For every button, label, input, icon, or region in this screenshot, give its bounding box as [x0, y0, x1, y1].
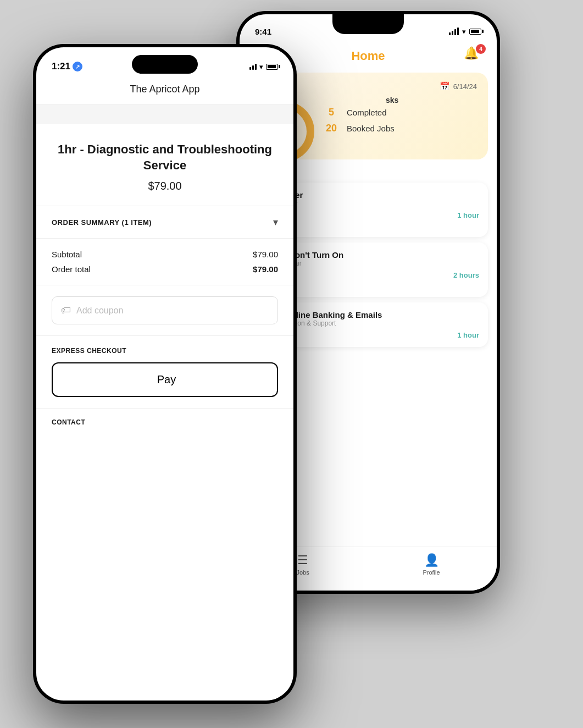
back-signal-icon — [449, 27, 459, 35]
coupon-section: 🏷 Add coupon — [36, 285, 293, 336]
pricing-section: Subtotal $79.00 Order total $79.00 — [36, 239, 293, 285]
contact-section: CONTACT — [36, 408, 293, 426]
express-section: EXPRESS CHECKOUT Pay — [36, 336, 293, 408]
nav-item-profile[interactable]: 👤 Profile — [423, 553, 440, 576]
back-bell-button[interactable]: 🔔 4 — [464, 46, 484, 66]
apple-pay-button[interactable]: Pay — [52, 362, 278, 397]
order-summary-row[interactable]: ORDER SUMMARY (1 ITEM) ▾ — [36, 206, 293, 239]
job-duration: 2 hours — [453, 271, 479, 279]
front-time: 1:21 ↗ — [52, 61, 82, 72]
notification-badge: 4 — [476, 44, 486, 54]
back-battery-icon — [469, 29, 481, 35]
service-info: 1hr - Diagnostic and Troubleshooting Ser… — [36, 124, 293, 206]
back-notch — [332, 14, 404, 34]
service-title: 1hr - Diagnostic and Troubleshooting Ser… — [54, 142, 276, 173]
completed-stat-row: 5 Completed — [323, 104, 477, 120]
front-status-icons: ▾ — [249, 63, 278, 71]
app-header: The Apricot App — [36, 78, 293, 104]
subtotal-value: $79.00 — [253, 250, 278, 259]
nav-jobs-label: Jobs — [296, 569, 309, 576]
booked-label: Booked Jobs — [347, 124, 395, 133]
total-label: Order total — [52, 264, 91, 274]
front-time-text: 1:21 — [52, 61, 70, 72]
jobs-icon: ☰ — [297, 553, 308, 567]
back-time: 9:41 — [255, 27, 271, 36]
total-value: $79.00 — [253, 264, 278, 274]
profile-icon: 👤 — [424, 553, 439, 567]
front-wifi-icon: ▾ — [259, 63, 263, 71]
tasks-label: sks — [386, 96, 477, 104]
coupon-placeholder: Add coupon — [76, 306, 123, 316]
stats-rows: 5 Completed 20 Booked Jobs — [323, 104, 477, 136]
front-signal-icon — [249, 64, 257, 70]
front-battery-icon — [266, 64, 278, 70]
nav-profile-label: Profile — [423, 569, 440, 576]
completed-label: Completed — [347, 108, 387, 117]
front-pill — [132, 55, 198, 74]
app-title: The Apricot App — [130, 84, 199, 95]
coupon-input-wrap[interactable]: 🏷 Add coupon — [52, 296, 278, 324]
express-checkout-label: EXPRESS CHECKOUT — [52, 347, 278, 355]
total-row: Order total $79.00 — [52, 264, 278, 274]
calendar-icon: 📅 — [440, 81, 450, 91]
subtotal-row: Subtotal $79.00 — [52, 250, 278, 259]
job-duration: 1 hour — [457, 331, 479, 339]
chevron-down-icon: ▾ — [273, 216, 278, 228]
phone-front-screen: 1:21 ↗ ▾ The Apricot App — [36, 47, 293, 701]
booked-stat-row: 20 Booked Jobs — [323, 120, 477, 136]
phones-container: 9:41 ▾ Home — [0, 0, 583, 728]
booked-count: 20 — [323, 123, 340, 134]
phone-front: 1:21 ↗ ▾ The Apricot App — [33, 44, 297, 704]
order-summary-label: ORDER SUMMARY (1 ITEM) — [52, 218, 152, 227]
coupon-tag-icon: 🏷 — [61, 305, 71, 316]
job-duration: 1 hour — [457, 211, 479, 219]
back-wifi-icon: ▾ — [462, 27, 466, 36]
apple-pay-label: Pay — [157, 373, 176, 386]
service-price: $79.00 — [54, 180, 276, 192]
back-status-icons: ▾ — [449, 27, 481, 36]
subtotal-label: Subtotal — [52, 250, 82, 259]
stats-date: 6/14/24 — [453, 82, 477, 91]
contact-label: CONTACT — [52, 418, 278, 426]
section-bar — [36, 104, 293, 124]
back-home-title: Home — [351, 49, 385, 63]
completed-count: 5 — [323, 107, 340, 118]
location-icon: ↗ — [73, 62, 82, 71]
nav-item-jobs[interactable]: ☰ Jobs — [296, 553, 309, 576]
